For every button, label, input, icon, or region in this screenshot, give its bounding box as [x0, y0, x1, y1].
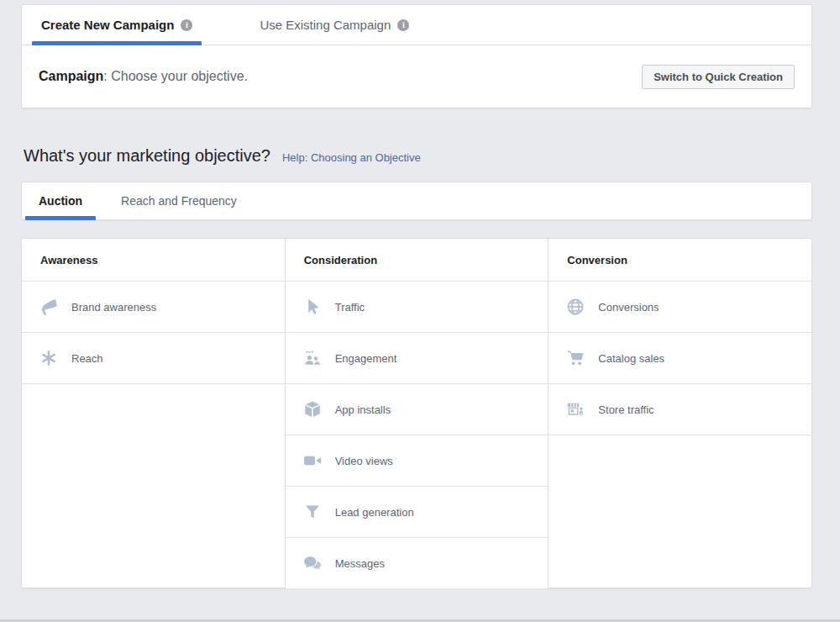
tab-create-new-campaign-label: Create New Campaign: [41, 18, 174, 32]
column-conversion: Conversion Conversions: [548, 239, 811, 588]
objective-store-traffic[interactable]: Store traffic: [549, 384, 811, 435]
objective-catalog-sales[interactable]: Catalog sales: [549, 333, 811, 384]
campaign-objective-bar: Campaign: Choose your objective. Switch …: [22, 45, 811, 108]
reach-icon: [39, 348, 59, 368]
objective-label: Engagement: [335, 352, 397, 365]
campaign-step-description: : Choose your objective.: [103, 69, 248, 83]
globe-icon: [565, 297, 585, 317]
objective-label: App installs: [335, 403, 391, 416]
objective-label: Store traffic: [598, 403, 654, 416]
objective-conversions[interactable]: Conversions: [549, 282, 811, 333]
objective-app-installs[interactable]: App installs: [286, 384, 549, 435]
objective-label: Lead generation: [335, 506, 414, 519]
storefront-icon: [565, 399, 585, 419]
objective-engagement[interactable]: Engagement: [286, 333, 549, 384]
people-icon: [302, 348, 323, 368]
campaign-step-label: Campaign: [39, 69, 103, 83]
info-icon[interactable]: i: [397, 19, 409, 31]
column-awareness: Awareness Brand awareness Reach: [22, 239, 285, 588]
objective-label: Messages: [335, 557, 385, 570]
objective-label: Reach: [71, 352, 103, 365]
creation-mode-tabs: Create New Campaign i Use Existing Campa…: [22, 5, 811, 45]
campaign-step-text: Campaign: Choose your objective.: [39, 69, 248, 84]
campaign-creation-card: Create New Campaign i Use Existing Campa…: [21, 4, 812, 108]
objective-lead-generation[interactable]: Lead generation: [286, 487, 549, 538]
shopping-cart-icon: [565, 348, 585, 368]
column-header: Conversion: [549, 239, 811, 282]
buying-type-tabs: Auction Reach and Frequency: [21, 182, 812, 220]
funnel-icon: [302, 502, 323, 522]
objective-label: Conversions: [598, 301, 659, 314]
column-consideration: Consideration Traffic Engagement: [285, 239, 549, 588]
objective-messages[interactable]: Messages: [286, 538, 549, 589]
tab-auction[interactable]: Auction: [25, 182, 96, 219]
objective-label: Video views: [335, 455, 393, 467]
objective-label: Traffic: [335, 301, 365, 314]
column-header: Consideration: [286, 239, 549, 282]
tab-use-existing-campaign[interactable]: Use Existing Campaign i: [250, 5, 418, 45]
marketing-objective-heading: What's your marketing objective? Help: C…: [24, 146, 421, 166]
page-title: What's your marketing objective?: [24, 146, 270, 166]
chat-bubbles-icon: [302, 553, 323, 573]
objective-video-views[interactable]: Video views: [286, 435, 549, 487]
tab-use-existing-campaign-label: Use Existing Campaign: [260, 18, 391, 32]
objective-label: Catalog sales: [598, 352, 664, 365]
objective-table: Awareness Brand awareness Reach Con: [21, 238, 812, 588]
objective-traffic[interactable]: Traffic: [286, 282, 549, 333]
objective-reach[interactable]: Reach: [22, 333, 285, 384]
objective-label: Brand awareness: [71, 301, 156, 314]
cube-icon: [302, 399, 323, 419]
column-header: Awareness: [22, 239, 285, 282]
info-icon[interactable]: i: [181, 19, 192, 31]
help-choosing-objective-link[interactable]: Help: Choosing an Objective: [282, 151, 421, 164]
video-camera-icon: [302, 451, 323, 471]
cursor-icon: [302, 297, 323, 317]
tab-create-new-campaign[interactable]: Create New Campaign i: [32, 5, 202, 45]
objective-brand-awareness[interactable]: Brand awareness: [22, 282, 285, 333]
switch-to-quick-creation-button[interactable]: Switch to Quick Creation: [642, 65, 795, 89]
tab-reach-and-frequency[interactable]: Reach and Frequency: [108, 182, 250, 219]
megaphone-icon: [39, 297, 59, 317]
